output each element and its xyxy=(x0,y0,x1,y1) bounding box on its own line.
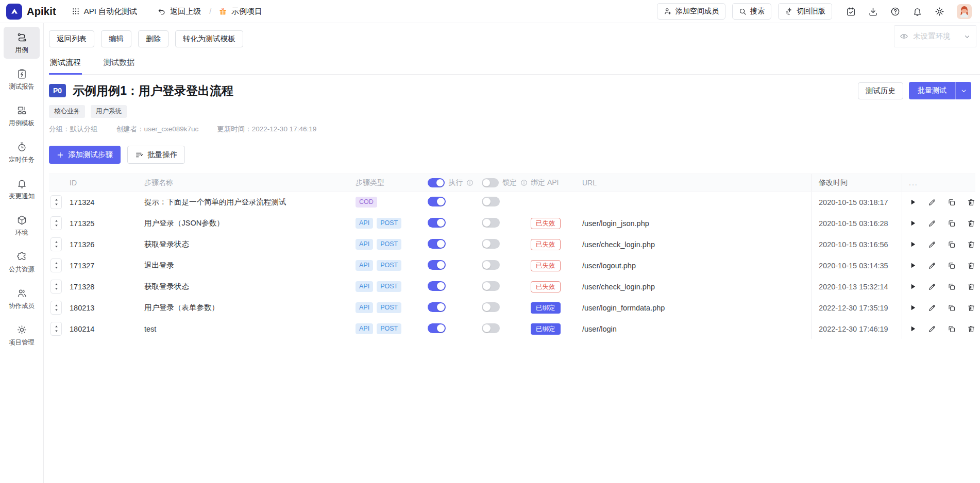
add-space-member-button[interactable]: 添加空间成员 xyxy=(657,3,725,20)
bind-status: 已失效 xyxy=(531,218,561,229)
delete-step-icon[interactable] xyxy=(967,304,975,312)
calendar-check-icon[interactable] xyxy=(846,7,856,16)
back-to-list-button[interactable]: 返回列表 xyxy=(49,30,94,47)
sidebar-item-scheduled-tasks[interactable]: 定时任务 xyxy=(4,136,40,168)
sidebar-item-test-reports[interactable]: 测试报告 xyxy=(4,63,40,95)
exec-toggle[interactable] xyxy=(428,260,446,270)
download-icon[interactable] xyxy=(868,7,878,16)
edit-step-icon[interactable] xyxy=(928,304,936,312)
edit-step-icon[interactable] xyxy=(928,198,936,206)
environment-selector[interactable]: 未设置环境 xyxy=(894,25,976,47)
copy-step-icon[interactable] xyxy=(948,283,956,291)
run-step-icon[interactable] xyxy=(909,219,917,228)
drag-handle-icon[interactable] xyxy=(50,216,62,230)
delete-step-icon[interactable] xyxy=(967,240,975,249)
back-parent-button[interactable]: 返回上级 xyxy=(158,7,201,16)
edit-step-icon[interactable] xyxy=(928,325,936,333)
switch-old-version-button[interactable]: 切回旧版 xyxy=(778,3,832,20)
case-toolbar: 返回列表 编辑 删除 转化为测试模板 xyxy=(49,23,980,47)
step-name[interactable]: 提示：下面是一个简单的用户登录流程测试 xyxy=(144,197,356,207)
sidebar-item-environments[interactable]: 环境 xyxy=(4,210,40,242)
run-step-icon[interactable] xyxy=(909,198,917,206)
delete-step-icon[interactable] xyxy=(967,325,975,333)
sidebar-item-collaborators[interactable]: 协作成员 xyxy=(4,283,40,315)
sidebar-item-change-notifications[interactable]: 变更通知 xyxy=(4,173,40,205)
convert-to-template-button[interactable]: 转化为测试模板 xyxy=(175,30,243,47)
batch-test-dropdown[interactable] xyxy=(955,82,971,99)
drag-handle-icon[interactable] xyxy=(50,258,62,272)
tag-chip: 用户系统 xyxy=(91,105,127,118)
table-row: 171325 用户登录（JSON参数） APIPOST 已失效 /user/lo… xyxy=(49,213,975,234)
step-name[interactable]: 获取登录状态 xyxy=(144,282,356,291)
avatar[interactable] xyxy=(957,4,972,19)
drag-handle-icon[interactable] xyxy=(50,322,62,336)
exec-all-toggle[interactable] xyxy=(428,178,445,187)
edit-button[interactable]: 编辑 xyxy=(101,30,131,47)
delete-button[interactable]: 删除 xyxy=(138,30,168,47)
step-name[interactable]: 退出登录 xyxy=(144,261,356,270)
lock-toggle[interactable] xyxy=(482,323,500,333)
run-step-icon[interactable] xyxy=(909,240,917,249)
edit-step-icon[interactable] xyxy=(928,219,936,228)
breadcrumb-project[interactable]: 示例项目 xyxy=(218,7,262,16)
copy-step-icon[interactable] xyxy=(948,325,956,333)
lock-toggle[interactable] xyxy=(482,281,500,291)
gear-icon[interactable] xyxy=(935,7,944,16)
copy-step-icon[interactable] xyxy=(948,219,956,228)
run-step-icon[interactable] xyxy=(909,262,917,270)
copy-step-icon[interactable] xyxy=(948,240,956,249)
sidebar-item-cases[interactable]: 用例 xyxy=(4,27,40,59)
exec-toggle[interactable] xyxy=(428,239,446,249)
exec-toggle[interactable] xyxy=(428,323,446,333)
sidebar-item-shared-resources[interactable]: 公共资源 xyxy=(4,246,40,278)
apikit-logo-icon[interactable] xyxy=(6,4,22,20)
delete-step-icon[interactable] xyxy=(967,219,975,228)
run-step-icon[interactable] xyxy=(909,325,917,333)
help-icon[interactable] xyxy=(890,7,900,16)
tab-test-data[interactable]: 测试数据 xyxy=(103,54,136,74)
exec-toggle[interactable] xyxy=(428,281,446,291)
exec-toggle[interactable] xyxy=(428,197,446,206)
add-test-step-button[interactable]: 添加测试步骤 xyxy=(49,146,121,164)
drag-handle-icon[interactable] xyxy=(50,195,62,209)
sidebar-item-label: 测试报告 xyxy=(9,82,35,91)
batch-test-button[interactable]: 批量测试 xyxy=(909,82,955,99)
edit-step-icon[interactable] xyxy=(928,240,936,249)
bell-icon[interactable] xyxy=(913,7,922,16)
step-name[interactable]: test xyxy=(144,325,356,333)
drag-handle-icon[interactable] xyxy=(50,280,62,294)
lock-toggle[interactable] xyxy=(482,218,500,228)
delete-step-icon[interactable] xyxy=(967,198,975,206)
copy-step-icon[interactable] xyxy=(948,262,956,270)
run-step-icon[interactable] xyxy=(909,283,917,291)
edit-step-icon[interactable] xyxy=(928,283,936,291)
app-switcher[interactable]: API 自动化测试 xyxy=(72,7,137,16)
lock-toggle[interactable] xyxy=(482,260,500,270)
delete-step-icon[interactable] xyxy=(967,283,975,291)
step-name[interactable]: 用户登录（表单参数） xyxy=(144,303,356,313)
sidebar-item-case-templates[interactable]: 用例模板 xyxy=(4,100,40,132)
col-header-more[interactable]: ... xyxy=(909,179,918,187)
modified-time: 2020-10-15 03:16:56 xyxy=(812,234,902,255)
exec-toggle[interactable] xyxy=(428,218,446,228)
copy-step-icon[interactable] xyxy=(948,198,956,206)
delete-step-icon[interactable] xyxy=(967,262,975,270)
run-step-icon[interactable] xyxy=(909,304,917,312)
lock-toggle[interactable] xyxy=(482,197,500,206)
lock-toggle[interactable] xyxy=(482,239,500,249)
edit-step-icon[interactable] xyxy=(928,262,936,270)
exec-toggle[interactable] xyxy=(428,302,446,312)
copy-step-icon[interactable] xyxy=(948,304,956,312)
search-button[interactable]: 搜索 xyxy=(732,3,771,20)
drag-handle-icon[interactable] xyxy=(50,237,62,251)
tab-test-flow[interactable]: 测试流程 xyxy=(49,54,82,75)
sidebar-item-project-settings[interactable]: 项目管理 xyxy=(4,319,40,351)
step-name[interactable]: 获取登录状态 xyxy=(144,239,356,249)
drag-handle-icon[interactable] xyxy=(50,301,62,315)
sidebar-item-label: 公共资源 xyxy=(9,265,35,274)
step-name[interactable]: 用户登录（JSON参数） xyxy=(144,218,356,228)
batch-operations-button[interactable]: 批量操作 xyxy=(127,146,185,164)
test-history-button[interactable]: 测试历史 xyxy=(858,82,903,99)
lock-all-toggle[interactable] xyxy=(482,178,499,187)
lock-toggle[interactable] xyxy=(482,302,500,312)
